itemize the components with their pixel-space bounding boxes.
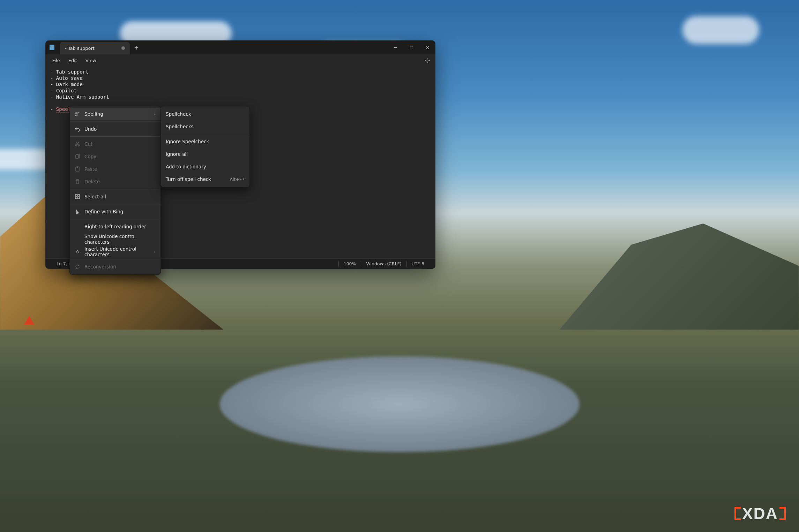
watermark-text: XDA	[742, 504, 778, 523]
spell-suggestion-2[interactable]: Spellchecks	[161, 120, 249, 133]
plus-icon: +	[134, 44, 139, 51]
ctx-spelling[interactable]: ABC Spelling ›	[70, 108, 160, 120]
svg-point-8	[427, 60, 428, 61]
editor-line: -	[50, 106, 56, 112]
editor-line: - Native Arm support	[50, 94, 109, 100]
tab-modified-indicator	[121, 46, 125, 50]
ctx-separator	[70, 259, 160, 259]
ctx-label: Insert Unicode control characters	[84, 246, 150, 257]
status-zoom[interactable]: 100%	[339, 261, 361, 266]
window-controls	[387, 40, 435, 54]
ctx-undo[interactable]: Undo	[70, 123, 160, 135]
ctx-delete: Delete	[70, 175, 160, 188]
editor-line: - Tab support	[50, 69, 89, 75]
select-all-icon	[75, 194, 80, 199]
svg-rect-5	[410, 46, 413, 49]
status-encoding[interactable]: UTF-8	[407, 261, 429, 266]
svg-rect-17	[75, 197, 77, 199]
sub-label: Ignore Speelcheck	[166, 139, 209, 144]
ctx-separator	[70, 136, 160, 137]
ctx-separator	[161, 134, 249, 134]
context-menu: ABC Spelling › Undo Cut Copy Paste Delet…	[69, 106, 161, 275]
spell-ignore-all[interactable]: Ignore all	[161, 148, 249, 160]
reconversion-icon	[75, 264, 80, 269]
sub-label: Turn off spell check	[166, 176, 211, 182]
ctx-copy: Copy	[70, 150, 160, 163]
ctx-label: Undo	[84, 126, 97, 132]
ctx-define-bing[interactable]: Define with Bing	[70, 205, 160, 218]
ctx-cut: Cut	[70, 138, 160, 150]
spell-turn-off[interactable]: Turn off spell check Alt+F7	[161, 173, 249, 185]
svg-rect-16	[78, 195, 80, 196]
svg-rect-18	[78, 197, 80, 199]
ctx-label: Show Unicode control characters	[84, 234, 156, 245]
status-line-ending[interactable]: Windows (CRLF)	[361, 261, 406, 266]
svg-rect-1	[51, 46, 54, 46]
sub-label: Spellchecks	[166, 124, 194, 129]
ctx-label: Right-to-left reading order	[84, 224, 146, 229]
titlebar: - Tab support +	[45, 40, 435, 54]
svg-rect-12	[76, 155, 79, 158]
gear-icon	[425, 58, 431, 63]
wallpaper-lake	[220, 356, 580, 452]
minimize-button[interactable]	[387, 40, 403, 54]
settings-button[interactable]	[422, 55, 433, 66]
new-tab-button[interactable]: +	[130, 40, 143, 54]
cut-icon	[75, 141, 80, 147]
copy-icon	[75, 154, 80, 159]
ctx-label: Reconversion	[84, 264, 116, 269]
sub-label: Ignore all	[166, 151, 188, 157]
menubar: File Edit View	[45, 54, 435, 66]
ctx-label: Select all	[84, 194, 106, 199]
ctx-insert-unicode[interactable]: Insert Unicode control characters ›	[70, 245, 160, 258]
spell-add-dictionary[interactable]: Add to dictionary	[161, 160, 249, 173]
spelling-submenu: Spellcheck Spellchecks Ignore Speelcheck…	[160, 106, 250, 187]
ctx-label: Spelling	[84, 111, 103, 117]
svg-rect-0	[50, 45, 54, 50]
ctx-select-all[interactable]: Select all	[70, 190, 160, 203]
svg-point-10	[75, 145, 77, 146]
shortcut-label: Alt+F7	[230, 177, 245, 182]
svg-point-11	[78, 145, 80, 146]
ctx-separator	[70, 219, 160, 219]
menu-view[interactable]: View	[81, 56, 100, 65]
app-icon	[45, 40, 59, 54]
ctx-show-unicode[interactable]: Show Unicode control characters	[70, 233, 160, 245]
caret-icon	[75, 249, 80, 254]
ctx-label: Cut	[84, 141, 92, 147]
menu-edit[interactable]: Edit	[64, 56, 81, 65]
svg-text:ABC: ABC	[75, 112, 80, 115]
spell-suggestion-1[interactable]: Spellcheck	[161, 108, 249, 120]
ctx-label: Define with Bing	[84, 209, 123, 214]
svg-rect-15	[75, 195, 77, 196]
maximize-button[interactable]	[403, 40, 419, 54]
sub-label: Spellcheck	[166, 111, 191, 117]
spelling-icon: ABC	[75, 111, 80, 117]
ctx-separator	[70, 189, 160, 189]
wallpaper-cloud	[682, 16, 759, 44]
ctx-label: Delete	[84, 179, 100, 184]
tab-title: - Tab support	[65, 46, 95, 51]
paste-icon	[75, 166, 80, 172]
chevron-right-icon: ›	[154, 250, 156, 254]
bing-icon	[75, 209, 80, 214]
close-button[interactable]	[419, 40, 435, 54]
svg-rect-3	[51, 48, 53, 48]
editor-line: - Dark mode	[50, 82, 83, 87]
ctx-label: Paste	[84, 166, 97, 172]
delete-icon	[75, 179, 80, 184]
undo-icon	[75, 126, 80, 132]
svg-rect-2	[51, 47, 54, 47]
chevron-right-icon: ›	[154, 112, 156, 116]
sub-label: Add to dictionary	[166, 164, 206, 169]
menu-file[interactable]: File	[48, 56, 64, 65]
ctx-label: Copy	[84, 154, 96, 159]
ctx-separator	[70, 121, 160, 122]
wallpaper-mountain	[559, 223, 799, 330]
ctx-paste: Paste	[70, 163, 160, 175]
editor-line: - Auto save	[50, 75, 83, 81]
ctx-rtl[interactable]: Right-to-left reading order	[70, 220, 160, 233]
tab-document[interactable]: - Tab support	[60, 42, 130, 54]
ctx-reconversion: Reconversion	[70, 260, 160, 273]
spell-ignore[interactable]: Ignore Speelcheck	[161, 135, 249, 148]
